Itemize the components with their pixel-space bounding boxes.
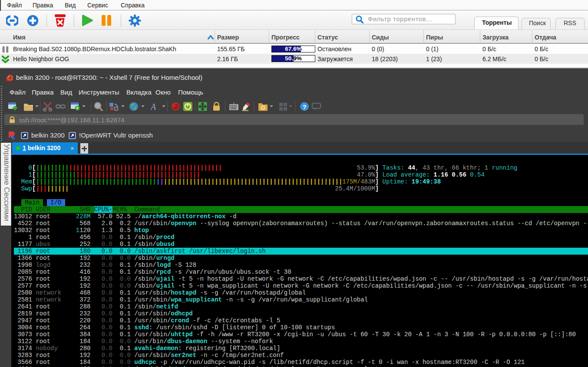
svg-text:?: ? <box>303 103 307 111</box>
svg-text:A: A <box>150 102 156 111</box>
